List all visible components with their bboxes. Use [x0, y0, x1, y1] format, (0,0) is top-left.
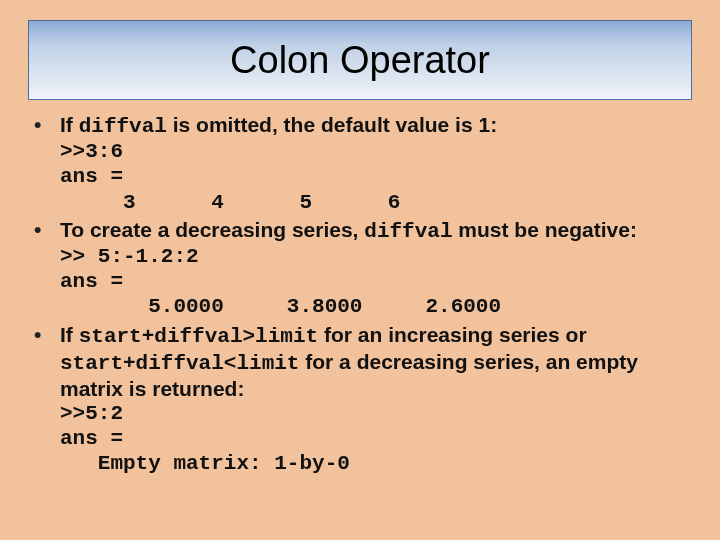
- code-inline: diffval: [364, 220, 452, 243]
- title-bar: Colon Operator: [28, 20, 692, 100]
- bullet-item: If diffval is omitted, the default value…: [28, 112, 692, 215]
- bullet-text-mid: for an increasing series or: [318, 323, 586, 346]
- slide-body: If diffval is omitted, the default value…: [28, 112, 692, 477]
- code-inline: diffval: [79, 115, 167, 138]
- code-inline: start+diffval>limit: [79, 325, 318, 348]
- bullet-item: If start+diffval>limit for an increasing…: [28, 322, 692, 477]
- bullet-text-pre: If: [60, 323, 79, 346]
- code-block: >>5:2 ans = Empty matrix: 1-by-0: [60, 401, 692, 477]
- slide-title: Colon Operator: [230, 39, 490, 82]
- bullet-text-mid: must be negative:: [453, 218, 637, 241]
- bullet-text-mid: is omitted, the default value is 1:: [167, 113, 497, 136]
- code-inline: start+diffval<limit: [60, 352, 299, 375]
- bullet-text-pre: If: [60, 113, 79, 136]
- bullet-list: If diffval is omitted, the default value…: [28, 112, 692, 477]
- code-block: >>3:6 ans = 3 4 5 6: [60, 139, 692, 215]
- code-block: >> 5:-1.2:2 ans = 5.0000 3.8000 2.6000: [60, 244, 692, 320]
- bullet-text-pre: To create a decreasing series,: [60, 218, 364, 241]
- bullet-item: To create a decreasing series, diffval m…: [28, 217, 692, 320]
